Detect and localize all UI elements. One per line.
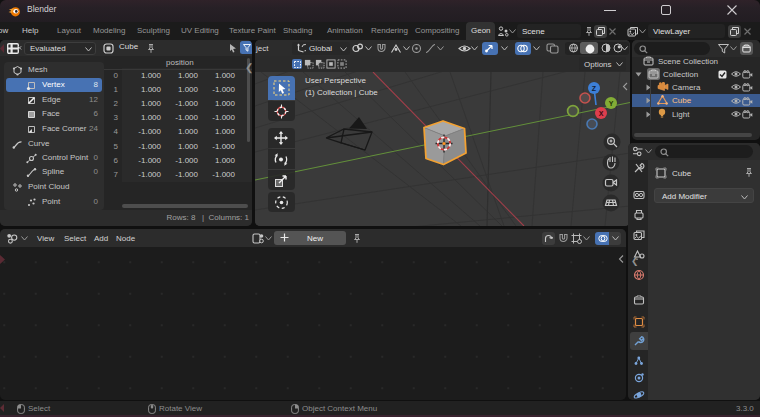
svg-text:Y: Y xyxy=(609,100,614,107)
svg-text:Z: Z xyxy=(592,85,597,92)
svg-text:X: X xyxy=(599,110,604,117)
